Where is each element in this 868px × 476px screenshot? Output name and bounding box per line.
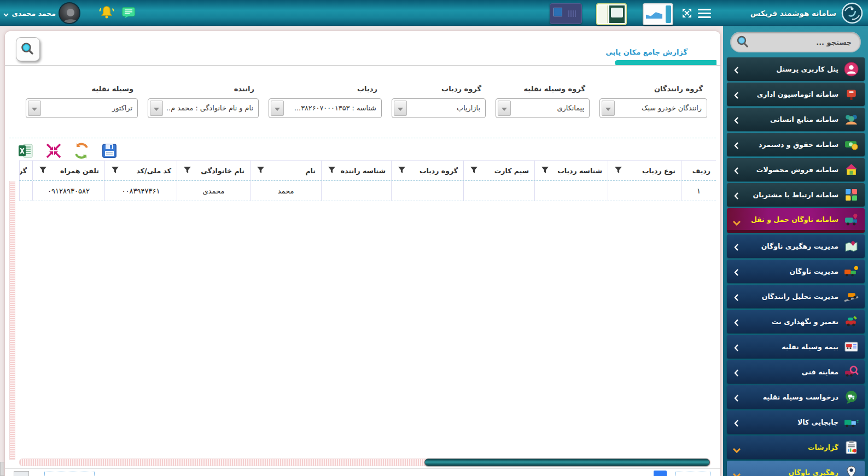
tracker-group-select[interactable]: بازاریاب: [392, 98, 486, 118]
select-value: تراکتور: [44, 99, 132, 117]
cell-sim-card: [463, 181, 534, 201]
avatar[interactable]: [59, 2, 80, 24]
sidebar-item-transport-fleet[interactable]: سامانه ناوگان حمل و نقل: [727, 208, 865, 233]
dropdown-arrow-button[interactable]: [394, 101, 407, 116]
advanced-search-button[interactable]: [16, 37, 40, 61]
column-header: نام: [250, 161, 321, 180]
sidebar-item-fleet-management[interactable]: مدیریت ناوگان: [727, 260, 865, 283]
tracker-select[interactable]: شناسه : ۳۸۲۶۰۷۰۰۰۱۳۵۳...: [269, 98, 382, 118]
tab-location-report[interactable]: گزارش جامع مکان یابی: [605, 48, 688, 56]
user-menu[interactable]: محمد محمدی: [1, 0, 56, 26]
sidebar-item-human-resources[interactable]: سامانه منابع انسانی: [727, 108, 865, 131]
grid-header-row: ردیف نوع ردیاب شناسه ردیاب سیم کارت گروه…: [19, 160, 716, 181]
bell-icon[interactable]: [98, 4, 115, 21]
filter-funnel-icon[interactable]: [398, 166, 405, 176]
pager-info-left: [44, 472, 95, 476]
cell-first-name: محمد: [250, 181, 321, 201]
refresh-icon[interactable]: [73, 142, 90, 160]
filter-row: گروه رانندگان رانندگان خودرو سبک گروه وس…: [26, 85, 707, 118]
save-icon[interactable]: [101, 142, 118, 160]
filter-label: گروه وسیله نقلیه: [496, 85, 590, 93]
filter-label: راننده: [148, 85, 259, 93]
sidebar-item-label: سامانه منابع انسانی: [770, 108, 838, 131]
results-grid: ردیف نوع ردیاب شناسه ردیاب سیم کارت گروه…: [19, 160, 716, 201]
filter-driver-group: گروه رانندگان رانندگان خودرو سبک: [599, 85, 707, 118]
cell-mobile-phone: ۰۹۱۲۸۹۳۰۵۸۲: [32, 181, 104, 201]
dropdown-arrow-button[interactable]: [498, 101, 511, 116]
search-input[interactable]: [753, 32, 853, 52]
vertical-scrollbar-track[interactable]: [9, 181, 15, 460]
dropdown-arrow-button[interactable]: [271, 101, 284, 116]
sidebar-item-office-automation[interactable]: سامانه اتوماسیون اداری: [727, 83, 865, 106]
filter-funnel-icon[interactable]: [257, 166, 264, 176]
column-header: نوع ردیاب: [608, 161, 681, 180]
mailbox-icon: [844, 87, 859, 102]
filter-funnel-icon[interactable]: [541, 166, 549, 176]
dropdown-arrow-button[interactable]: [602, 101, 615, 116]
horizontal-scrollbar-track: [19, 459, 710, 466]
dropdown-arrow-button[interactable]: [28, 101, 41, 116]
filter-funnel-icon[interactable]: [615, 166, 622, 176]
dropdown-arrow-button[interactable]: [150, 101, 163, 116]
sidebar-item-product-sales[interactable]: سامانه فروش محصولات: [727, 158, 865, 181]
driver-group-select[interactable]: رانندگان خودرو سبک: [599, 98, 707, 118]
hamburger-menu-icon[interactable]: [698, 9, 711, 18]
excel-export-icon[interactable]: [17, 142, 34, 160]
cell-driver-id: [321, 181, 391, 201]
filter-funnel-icon[interactable]: [470, 166, 477, 176]
report-thumbnail[interactable]: [643, 3, 673, 25]
sidebar-item-vehicle-request[interactable]: درخواست وسیله نقلیه: [727, 385, 865, 409]
filter-funnel-icon[interactable]: [328, 166, 335, 176]
user-icon: [844, 62, 859, 77]
sidebar-item-crm[interactable]: سامانه ارتباط با مشتریان: [727, 183, 865, 207]
fullscreen-expand-icon[interactable]: [681, 8, 692, 19]
driver-select[interactable]: نام و نام خانوادگی : محمد م...: [148, 98, 259, 118]
vehicle-select[interactable]: تراکتور: [26, 98, 138, 118]
chevron-left-icon: [734, 268, 738, 278]
pin-icon: [844, 465, 859, 476]
app-title: سامانه هوشمند فریکس: [750, 0, 836, 26]
chevron-down-icon: [733, 218, 741, 228]
sidebar-item-fleet-tracking[interactable]: رهگیری ناوگان: [727, 461, 865, 476]
chat-icon[interactable]: [121, 5, 136, 21]
sidebar-item-vehicle-insurance[interactable]: بیمه وسیله نقلیه: [727, 335, 865, 359]
sidebar-item-reports[interactable]: گزارشات: [727, 436, 865, 459]
current-page-button[interactable]: [654, 471, 667, 476]
page-size-box[interactable]: [14, 471, 29, 476]
sidebar-search: [730, 32, 861, 52]
chevron-left-icon: [734, 166, 738, 177]
select-value: بازاریاب: [410, 99, 480, 117]
sidebar-item-personnel-panel[interactable]: پنل کاربری پرسنل: [727, 57, 865, 81]
filter-label: گروه رانندگان: [599, 85, 707, 93]
vehicle-group-select[interactable]: پیمانکاری: [496, 98, 590, 118]
chevron-left-icon: [734, 318, 738, 328]
payroll-icon: [844, 137, 859, 152]
filter-funnel-icon[interactable]: [184, 166, 191, 176]
driver-analysis-icon: [844, 289, 859, 304]
sidebar-item-goods-transfer[interactable]: جابجایی کالا: [727, 410, 865, 434]
sidebar-item-label: پنل کاربری پرسنل: [776, 57, 838, 81]
sidebar-item-maintenance[interactable]: تعمیر و نگهداری نت: [727, 310, 865, 333]
grid-toolbar: [17, 142, 118, 160]
column-header: گروه ردیاب: [391, 161, 463, 180]
column-header: ردیف: [681, 161, 716, 180]
sidebar-item-driver-analysis[interactable]: مدیریت تحلیل رانندگان: [727, 285, 865, 308]
sidebar-item-payroll[interactable]: سامانه حقوق و دستمزد: [727, 133, 865, 156]
column-header: گرو: [19, 161, 32, 180]
form-thumbnail[interactable]: [596, 3, 627, 25]
inspection-icon: [844, 365, 859, 379]
sidebar-item-technical-inspection[interactable]: معاینه فنی: [727, 360, 865, 384]
collapse-grid-icon[interactable]: [45, 142, 62, 160]
top-bar: سامانه هوشمند فریکس محمد محمدی: [0, 0, 868, 26]
filter-funnel-icon[interactable]: [39, 166, 46, 176]
sidebar-item-label: سامانه حقوق و دستمزد: [759, 133, 838, 156]
filter-vehicle: وسیله نقلیه تراکتور: [26, 85, 138, 118]
chevron-left-icon: [734, 343, 738, 354]
sidebar-item-label: مدیریت رهگیری ناوگان: [761, 234, 838, 258]
filter-funnel-icon[interactable]: [112, 166, 119, 176]
table-row[interactable]: ۱ محمد محمدی ۰۰۸۳۹۴۷۳۶۱ ۰۹۱۲۸۹۳۰۵۸۲: [19, 181, 716, 201]
sidebar-item-fleet-tracking-management[interactable]: مدیریت رهگیری ناوگان: [727, 234, 865, 258]
cell-national-code: ۰۰۸۳۹۴۷۳۶۱: [104, 181, 177, 201]
horizontal-scrollbar-thumb[interactable]: [424, 459, 710, 466]
dashboard-thumbnail[interactable]: [550, 3, 582, 24]
